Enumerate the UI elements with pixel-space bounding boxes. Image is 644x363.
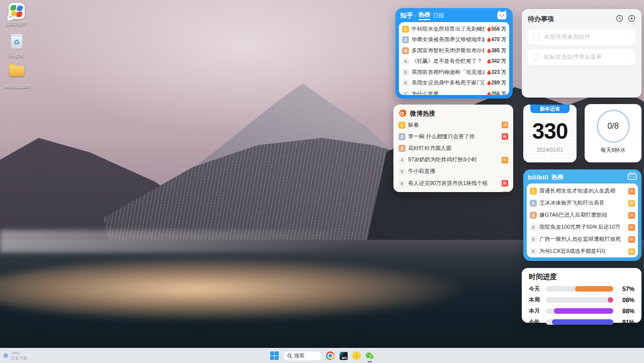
bilibili-hotlist-widget: bilibili 热榜 1 普通长相女生才知道的人生真相 热 <box>523 169 641 261</box>
bilibili-list-item[interactable]: 6 为何LCK近8成选手都是F闪 新 <box>530 245 635 257</box>
chrome-icon[interactable] <box>326 351 335 360</box>
countdown-date: 2024/01/01 <box>523 147 577 153</box>
zhihu-list-item[interactable]: 6 美国女议员身中多枪死于家门口，留... 289 万 <box>402 78 506 89</box>
hot-badge: 新 <box>502 133 508 140</box>
hot-badge: 热 <box>628 224 635 231</box>
hot-badge: 热 <box>628 212 635 219</box>
item-title: 华裔女孩被美国养父母锁地牢奴役十... <box>412 36 485 43</box>
tab-daily[interactable]: 日报 <box>433 12 444 20</box>
heat-count: 342 万 <box>487 58 506 65</box>
running-indicator <box>367 361 372 362</box>
rank-badge: 1 <box>398 122 406 129</box>
search-icon <box>287 353 292 358</box>
rank-badge: 7 <box>398 192 406 192</box>
todo-checkbox[interactable] <box>533 54 539 60</box>
weibo-header: 微博热搜 <box>398 108 508 119</box>
progress-row: 本周 08% <box>529 296 634 304</box>
hot-badge: 新 <box>628 248 635 255</box>
zhihu-hotlist-widget: 知乎 · 热榜 日报 1 中科院水生所培育出了无刺鲫鱼，80... <box>395 8 513 99</box>
history-clock-icon[interactable] <box>616 15 623 24</box>
item-title: 97岁奶奶为吃炸鸡打扮3小时 <box>408 156 499 163</box>
desktop-icon-workspace-folder[interactable]: workspace <box>0 66 33 89</box>
weibo-list-item[interactable]: 1 躲春 沸 <box>398 119 508 131</box>
item-title: 普通长相女生才知道的人生真相 <box>539 188 626 195</box>
item-title: 有人还完90万房贷月供1块抵个税 <box>408 180 499 187</box>
zhihu-list-item[interactable]: 7 为什么世界… 256 万 <box>402 88 506 95</box>
start-button[interactable] <box>270 351 279 360</box>
countdown-widget[interactable]: 新年还有 330 2024/01/01 <box>523 105 577 162</box>
zhihu-list-item[interactable]: 1 中科院水生所培育出了无刺鲫鱼，80... 556 万 <box>402 24 506 35</box>
wechat-icon[interactable] <box>365 351 374 360</box>
add-todo-icon[interactable] <box>628 15 635 24</box>
music-app-icon[interactable] <box>352 351 361 360</box>
flame-icon <box>487 59 491 64</box>
widgets-app-icon: ↗ <box>9 3 25 19</box>
download-spinner-icon: ✻ <box>3 352 9 359</box>
tv-icon[interactable] <box>627 172 637 182</box>
rank-badge: 3 <box>398 145 406 152</box>
heat-count: 470 万 <box>487 36 506 43</box>
water-tracker-widget[interactable]: 0/8 每天8杯水 <box>585 104 641 162</box>
item-title: 王冰冰体验开飞机吓出高音 <box>539 200 626 207</box>
wallpaper-fog <box>0 230 361 252</box>
zhihu-list-item[interactable]: 5 英国前首相约翰逊称「坦克巡逻自己... 323 万 <box>402 67 506 78</box>
heat-count: 289 万 <box>487 79 506 86</box>
taskbar-search[interactable]: 搜索 <box>283 351 322 361</box>
tab-hot[interactable]: 热榜 <box>419 11 430 20</box>
desktop-icon-label: 回收站 <box>0 52 33 58</box>
weibo-list-item[interactable]: 2 李一桐 什么都懂只会害了你 新 <box>398 131 508 142</box>
bilibili-list-item[interactable]: 2 王冰冰体验开飞机吓出高音 新 <box>530 197 635 209</box>
weibo-logo-icon <box>398 109 407 119</box>
progress-percent: 91% <box>617 319 634 326</box>
item-title: 广西一服刑人员在监狱遭殴打致死 <box>539 236 626 243</box>
webstorm-icon[interactable]: WS <box>339 351 348 360</box>
bilibili-list-item[interactable]: 1 普通长相女生才知道的人生真相 热 <box>530 185 635 197</box>
flame-icon <box>487 80 491 85</box>
time-progress-rows: 今天 57% 本周 08% 本月 <box>529 285 634 326</box>
zhihu-list-item[interactable]: 3 多国宣布暂时关闭伊斯坦布尔领事馆... 385 万 <box>402 45 506 56</box>
taskbar: ✻ UPC 正在下载 搜索 WS <box>0 348 644 363</box>
progress-track <box>546 286 613 292</box>
todo-item[interactable]: 鼠标右击组件弹出菜单 <box>528 49 635 65</box>
time-progress-title: 时间进度 <box>529 273 634 282</box>
rank-badge: 5 <box>398 168 406 175</box>
weibo-list-item[interactable]: 5 牛小莉直播 <box>398 166 508 177</box>
water-label: 每天8杯水 <box>585 146 641 154</box>
flame-icon <box>487 37 491 42</box>
bilibili-list-item[interactable]: 4 医院免去100元男子50年后还10万 热 <box>530 221 635 233</box>
zhihu-list-item[interactable]: 2 华裔女孩被美国养父母锁地牢奴役十... 470 万 <box>402 35 506 46</box>
folder-icon <box>9 66 25 82</box>
countdown-days: 330 <box>523 120 577 142</box>
bilibili-list-item[interactable]: 3 嫌GTA6已进入后期打磨阶段 热 <box>530 209 635 221</box>
weibo-list-item[interactable]: 4 97岁奶奶为吃炸鸡打扮3小时 热 <box>398 154 508 166</box>
water-progress-value: 0/8 <box>607 122 618 131</box>
todo-checkbox[interactable] <box>533 34 539 40</box>
weibo-list-item[interactable]: 3 花好灯好月圆人圆 <box>398 142 508 154</box>
rank-badge: 6 <box>402 79 409 86</box>
progress-row: 今天 57% <box>529 285 634 293</box>
progress-track <box>546 308 613 314</box>
todo-item[interactable]: 欢迎使用桌面组件 <box>528 29 635 45</box>
item-title: 嫌GTA6已进入后期打磨阶段 <box>539 212 626 219</box>
zhihu-brand: 知乎 <box>400 11 413 20</box>
heat-value: 323 万 <box>492 69 506 76</box>
weibo-list-item[interactable]: 7 立春 沸 <box>398 189 508 192</box>
shortcut-arrow-icon: ↗ <box>8 15 13 20</box>
heat-count: 256 万 <box>487 90 506 95</box>
todo-list: 欢迎使用桌面组件 鼠标右击组件弹出菜单 <box>528 29 635 65</box>
desktop-icon-recycle-bin[interactable]: ♻ 回收站 <box>0 35 33 58</box>
desktop-icon-widgets-app[interactable]: ↗ 桌面组件 <box>0 3 33 27</box>
bilibili-list-item[interactable]: 5 广西一服刑人员在监狱遭殴打致死 热 <box>530 233 635 245</box>
separator-dot: · <box>414 12 416 19</box>
water-progress-ring: 0/8 <box>597 110 630 143</box>
hot-badge: 热 <box>628 236 635 243</box>
progress-percent: 08% <box>617 297 634 304</box>
heat-value: 289 万 <box>492 79 506 86</box>
zhihu-list-item[interactable]: 4 《狂飙》是不是有些烂尾了？ 342 万 <box>402 56 506 67</box>
item-title: 《狂飙》是不是有些烂尾了？ <box>412 58 485 65</box>
item-title: 为何LCK近8成选手都是F闪 <box>539 248 626 255</box>
progress-fill <box>554 308 613 314</box>
weibo-list-item[interactable]: 6 有人还完90万房贷月供1块抵个税 新 <box>398 177 508 189</box>
bilibili-title: 热榜 <box>552 173 564 181</box>
rank-badge: 4 <box>398 156 406 163</box>
